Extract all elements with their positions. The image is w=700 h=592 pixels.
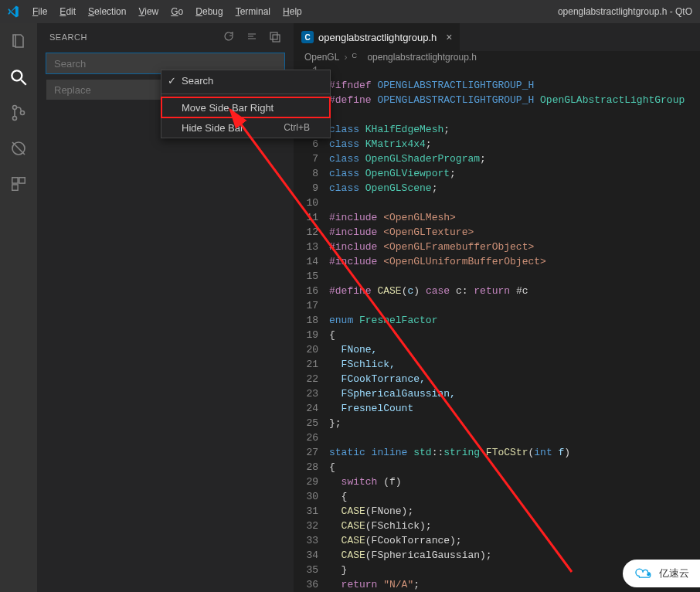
close-icon[interactable]: × [446,31,452,43]
c-file-icon: C [352,52,362,63]
breadcrumb-file[interactable]: openglabstractlightgroup.h [367,52,476,63]
ctx-hide-shortcut: Ctrl+B [284,122,310,133]
source-control-icon[interactable] [8,102,29,124]
svg-point-3 [21,111,25,115]
ctx-hide-label: Hide Side Bar [182,122,243,134]
ctx-separator [161,94,330,94]
line-number: 6 [294,137,318,151]
ctx-move-sidebar-right[interactable]: Move Side Bar Right [161,97,330,117]
breadcrumb-folder[interactable]: OpenGL [304,52,339,63]
c-file-icon: C [301,31,314,43]
line-number: 13 [294,240,318,254]
watermark-text: 亿速云 [659,566,689,580]
menu-edit[interactable]: Edit [53,0,82,23]
refresh-icon[interactable] [223,30,235,44]
svg-point-0 [12,70,22,80]
line-number: 22 [294,372,318,386]
ctx-hide-sidebar[interactable]: Hide Side Bar Ctrl+B [161,117,330,138]
line-number: 14 [294,254,318,269]
menu-view[interactable]: View [132,0,165,23]
line-number: 29 [294,475,318,489]
extensions-icon[interactable] [8,173,29,195]
menu-help[interactable]: Help [277,0,308,23]
line-number: 25 [294,416,318,430]
svg-point-11 [647,573,649,576]
line-number: 27 [294,445,318,460]
vscode-icon [0,0,26,23]
menu-file[interactable]: FFileile [26,0,53,23]
line-number: 7 [294,151,318,166]
line-number: 19 [294,328,318,342]
line-gutter: 1 2 3 4 5 6 7 8 9 10 11 12 13 14 15 16 1… [294,63,329,592]
line-number: 23 [294,386,318,401]
window-title: openglabstractlightgroup.h - QtO [308,6,700,17]
breadcrumb[interactable]: OpenGL › C openglabstractlightgroup.h [294,51,700,63]
line-number: 18 [294,313,318,328]
line-number: 24 [294,401,318,416]
svg-point-2 [13,117,17,121]
line-number: 15 [294,269,318,284]
line-number: 33 [294,533,318,548]
svg-rect-9 [273,35,280,42]
menu-terminal[interactable]: Terminal [229,0,277,23]
line-number: 16 [294,284,318,298]
tab-bar: C openglabstractlightgroup.h × [294,23,700,51]
line-number: 20 [294,342,318,357]
watermark-badge: 亿速云 [623,560,700,587]
code-editor[interactable]: 1 2 3 4 5 6 7 8 9 10 11 12 13 14 15 16 1… [294,63,700,592]
menu-selection[interactable]: Selection [82,0,132,23]
line-number: 34 [294,548,318,563]
sidebar-header: SEARCH [37,23,294,50]
ctx-move-label: Move Side Bar Right [182,102,274,114]
main-menu: FFileile Edit Selection View Go Debug Te… [26,0,308,23]
line-number: 31 [294,504,318,519]
line-number: 17 [294,298,318,313]
code-content[interactable]: #ifndef OPENGLABSTRACTLIGHTGROUP_H #defi… [329,63,700,592]
line-number: 36 [294,577,318,592]
line-number: 10 [294,196,318,210]
tab-label: openglabstractlightgroup.h [318,32,437,43]
svg-rect-5 [12,178,18,183]
line-number: 9 [294,181,318,196]
collapse-icon[interactable] [246,30,258,44]
editor-area: C openglabstractlightgroup.h × OpenGL › … [294,23,700,592]
tab-openglabstractlightgroup[interactable]: C openglabstractlightgroup.h × [294,23,460,51]
line-number: 11 [294,210,318,225]
line-number: 8 [294,166,318,181]
files-icon[interactable] [8,31,29,53]
line-number: 12 [294,225,318,240]
chevron-right-icon: › [344,52,347,63]
svg-rect-6 [19,178,25,183]
svg-rect-7 [12,185,18,190]
line-number: 35 [294,563,318,577]
line-number: 26 [294,430,318,445]
sidebar-title: SEARCH [49,32,87,42]
svg-point-1 [13,106,17,110]
search-icon[interactable] [8,66,29,88]
debug-icon[interactable] [8,138,29,159]
activity-bar [0,23,37,592]
line-number: 21 [294,357,318,372]
svg-rect-8 [270,32,277,39]
sidebar-context-menu: Search Move Side Bar Right Hide Side Bar… [161,70,331,138]
line-number: 28 [294,460,318,475]
sidebar-actions [223,30,281,44]
clear-icon[interactable] [269,30,281,44]
search-sidebar: SEARCH Search Move Side Bar Right Hide S… [37,23,294,592]
line-number: 30 [294,489,318,504]
title-bar: FFileile Edit Selection View Go Debug Te… [0,0,700,23]
menu-debug[interactable]: Debug [189,0,229,23]
ctx-search-label: Search [182,75,213,87]
ctx-search[interactable]: Search [161,70,330,90]
menu-go[interactable]: Go [165,0,189,23]
line-number: 32 [294,519,318,533]
